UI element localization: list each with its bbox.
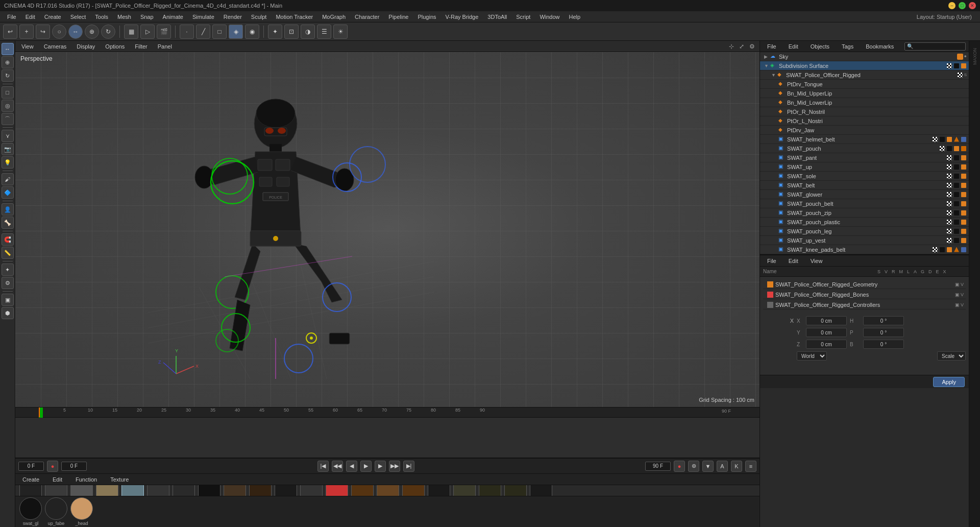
vp-menu-view[interactable]: View bbox=[18, 42, 37, 51]
obj-row-glower[interactable]: ▣ SWAT_glower bbox=[760, 190, 969, 199]
attr-menu-file[interactable]: File bbox=[763, 257, 780, 265]
playback-goto-start[interactable]: |◀ bbox=[317, 461, 329, 472]
attr-menu-edit[interactable]: Edit bbox=[785, 257, 802, 265]
attr-row-bones[interactable]: SWAT_Police_Officer_Rigged_Bones ▣ V bbox=[763, 290, 966, 299]
frame-end-input[interactable] bbox=[645, 462, 671, 471]
maximize-button[interactable]: □ bbox=[959, 2, 966, 9]
toolbar-xray[interactable]: ✦ bbox=[268, 25, 282, 39]
viewport-canvas[interactable]: Perspective bbox=[15, 52, 760, 407]
mat-menu-function[interactable]: Function bbox=[71, 475, 101, 484]
tool-deform[interactable]: ⋎ bbox=[2, 130, 14, 142]
obj-search-input[interactable] bbox=[904, 42, 966, 51]
tool-poly[interactable]: □ bbox=[2, 86, 14, 99]
playback-next-key[interactable]: ▶▶ bbox=[389, 461, 400, 472]
obj-row-lowerlip[interactable]: ◆ Bn_Mid_LowerLip bbox=[760, 98, 969, 107]
toolbar-edge-mode[interactable]: ╱ bbox=[196, 25, 210, 39]
vp-icon-maximize[interactable]: ⤢ bbox=[738, 43, 746, 50]
toolbar-add[interactable]: + bbox=[19, 25, 34, 39]
tool-lasso[interactable]: ⬢ bbox=[2, 307, 14, 319]
tool-nurbs[interactable]: ◎ bbox=[2, 100, 14, 112]
toolbar-rotate[interactable]: ↻ bbox=[101, 25, 115, 39]
playback-mode-record[interactable]: ⊛ bbox=[688, 461, 699, 472]
rot-p-input[interactable] bbox=[863, 328, 904, 337]
menu-pipeline[interactable]: Pipeline bbox=[384, 13, 412, 21]
toolbar-scale[interactable]: ⊕ bbox=[85, 25, 99, 39]
mat-menu-create[interactable]: Create bbox=[18, 475, 43, 484]
material-pant[interactable]: pant_fal bbox=[428, 485, 450, 496]
menu-select[interactable]: Select bbox=[66, 13, 90, 21]
obj-row-upperlip[interactable]: ◆ Bn_Mid_UpperLip bbox=[760, 89, 969, 98]
material-eye[interactable]: eye_ins bbox=[96, 485, 118, 496]
timeline-track[interactable] bbox=[15, 418, 760, 458]
material-holster1[interactable]: Holster_ bbox=[224, 485, 246, 496]
playback-play[interactable]: ▶ bbox=[360, 461, 372, 472]
tool-character2[interactable]: 👤 bbox=[2, 203, 14, 215]
tool-rig[interactable]: 🦴 bbox=[2, 217, 14, 229]
material-det[interactable]: det_ste bbox=[70, 485, 93, 496]
toolbar-live-select[interactable]: ○ bbox=[52, 25, 66, 39]
tool-move[interactable]: ↔ bbox=[2, 43, 14, 55]
material-head[interactable]: _head bbox=[70, 497, 93, 526]
menu-character[interactable]: Character bbox=[351, 13, 383, 21]
tool-particle[interactable]: ✦ bbox=[2, 264, 14, 276]
menu-mesh[interactable]: Mesh bbox=[113, 13, 135, 21]
current-frame-input[interactable] bbox=[18, 462, 44, 471]
material-swat-gl[interactable]: swat_gl bbox=[19, 497, 42, 526]
vp-menu-panel[interactable]: Panel bbox=[155, 42, 175, 51]
playback-prev-frame[interactable]: ◀ bbox=[346, 461, 357, 472]
obj-row-pouch-plastic[interactable]: ▣ SWAT_pouch_plastic bbox=[760, 218, 969, 227]
vp-menu-options[interactable]: Options bbox=[102, 42, 128, 51]
material-holster2[interactable]: Holster_ bbox=[249, 485, 272, 496]
toolbar-undo[interactable]: ↩ bbox=[3, 25, 17, 39]
toolbar-poly-mode[interactable]: □ bbox=[212, 25, 227, 39]
material-leather2[interactable]: Leather | bbox=[377, 485, 399, 496]
obj-row-pouch-zip[interactable]: ▣ SWAT_pouch_zip bbox=[760, 208, 969, 218]
vp-menu-filter[interactable]: Filter bbox=[132, 42, 150, 51]
mat-menu-edit[interactable]: Edit bbox=[48, 475, 66, 484]
toolbar-render-picture[interactable]: 🎬 bbox=[157, 25, 171, 39]
attr-menu-view[interactable]: View bbox=[806, 257, 827, 265]
obj-menu-bookmarks[interactable]: Bookmarks bbox=[862, 42, 898, 51]
toolbar-move[interactable]: ↔ bbox=[68, 25, 83, 39]
material-rubber[interactable]: Rubber_ bbox=[530, 485, 552, 496]
obj-row-up-vest[interactable]: ▣ SWAT_up_vest bbox=[760, 236, 969, 245]
obj-row-swat-root[interactable]: ▼ ◆ SWAT_Police_Officer_Rigged S bbox=[760, 70, 969, 80]
vp-icon-move[interactable]: ⊹ bbox=[727, 43, 736, 50]
playback-prev-key[interactable]: ◀◀ bbox=[332, 461, 343, 472]
toolbar-redo[interactable]: ↪ bbox=[36, 25, 50, 39]
vp-icon-settings[interactable]: ⚙ bbox=[748, 43, 756, 50]
pos-h-input[interactable] bbox=[863, 316, 904, 325]
vp-menu-display[interactable]: Display bbox=[74, 42, 98, 51]
obj-menu-view[interactable]: Objects bbox=[806, 42, 834, 51]
playback-mode-stop[interactable]: ● bbox=[674, 461, 685, 472]
obj-menu-file[interactable]: File bbox=[763, 42, 780, 51]
pos-z-input[interactable] bbox=[806, 340, 847, 349]
toolbar-light[interactable]: ☀ bbox=[333, 25, 348, 39]
tool-spline[interactable]: ⌒ bbox=[2, 113, 14, 125]
obj-row-up[interactable]: ▣ SWAT_up bbox=[760, 162, 969, 172]
material-clip[interactable]: Clip_Ou bbox=[19, 485, 42, 496]
swat-root-expand[interactable]: ▼ bbox=[771, 73, 777, 78]
obj-row-pouch-belt[interactable]: ▣ SWAT_pouch_belt bbox=[760, 199, 969, 208]
obj-row-pant[interactable]: ▣ SWAT_pant bbox=[760, 153, 969, 162]
menu-motion-tracker[interactable]: Motion Tracker bbox=[272, 13, 317, 21]
toolbar-floor[interactable]: ☰ bbox=[317, 25, 331, 39]
material-knee-pi[interactable]: knee_Pi bbox=[300, 485, 323, 496]
material-glock2[interactable]: Glock_1 bbox=[173, 485, 195, 496]
menu-script[interactable]: Script bbox=[512, 13, 534, 21]
menu-help[interactable]: Help bbox=[565, 13, 585, 21]
menu-render[interactable]: Render bbox=[219, 13, 246, 21]
material-helmet[interactable]: helmet_ bbox=[198, 485, 220, 496]
material-up-fabe[interactable]: up_fabe bbox=[45, 497, 67, 526]
playback-goto-end[interactable]: ▶| bbox=[403, 461, 414, 472]
attr-row-geometry[interactable]: SWAT_Police_Officer_Rigged_Geometry ▣ V bbox=[763, 280, 966, 289]
tool-camera[interactable]: 📷 bbox=[2, 143, 14, 155]
tool-sculpt2[interactable]: 🔷 bbox=[2, 186, 14, 199]
playback-next-frame[interactable]: ▶ bbox=[375, 461, 386, 472]
tool-paint[interactable]: 🖌 bbox=[2, 173, 14, 185]
material-leather3[interactable]: Leather_ bbox=[402, 485, 425, 496]
material-pouch-l[interactable]: pouch_l bbox=[479, 485, 501, 496]
tool-snap[interactable]: 🧲 bbox=[2, 233, 14, 246]
menu-animate[interactable]: Animate bbox=[159, 13, 187, 21]
toolbar-quick-render[interactable]: ◑ bbox=[301, 25, 315, 39]
